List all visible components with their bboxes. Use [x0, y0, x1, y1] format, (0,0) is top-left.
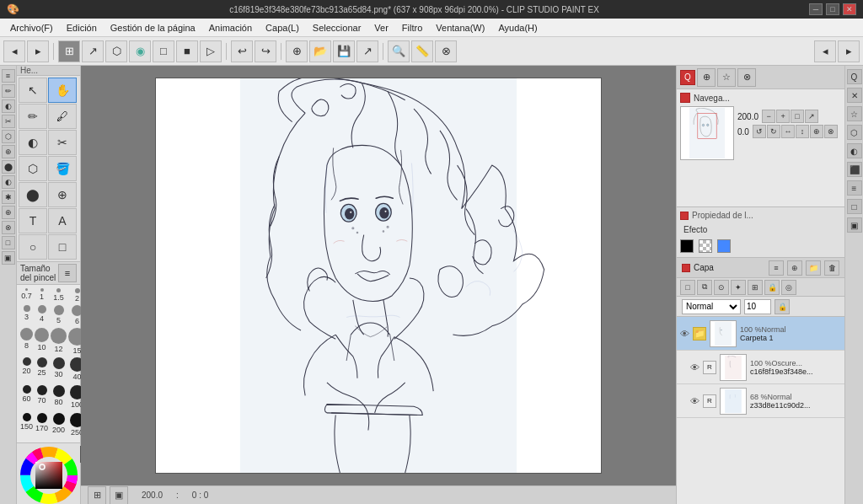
nav-rot-ccw[interactable]: ↺: [753, 125, 766, 138]
toolbar-export[interactable]: ↗: [356, 40, 378, 62]
layers-menu-btn[interactable]: ≡: [769, 260, 784, 276]
nav-rot-cw[interactable]: ↻: [767, 125, 780, 138]
brush-20[interactable]: 20: [20, 357, 33, 383]
nav-full[interactable]: ↗: [805, 110, 818, 123]
brush-12[interactable]: 12: [51, 328, 67, 356]
tool-text[interactable]: T: [19, 208, 47, 233]
blend-mode-select[interactable]: Normal Oscurecer Multiplicar Aclarar: [682, 299, 741, 314]
nav-reset2[interactable]: ⊗: [824, 125, 838, 138]
layer-item-0[interactable]: 👁 📁 100 %Normal Carpeta 1: [677, 317, 844, 351]
toolbar-circle[interactable]: ◉: [129, 40, 151, 62]
r-icon-6[interactable]: ≡: [847, 180, 862, 196]
nav-zoom-out[interactable]: −: [762, 110, 775, 123]
tool-eyedrop[interactable]: ⊕: [48, 182, 77, 207]
toolbar-back[interactable]: ◂: [3, 40, 25, 62]
tool-rect[interactable]: □: [48, 234, 77, 260]
tool-text2[interactable]: A: [48, 208, 77, 233]
opacity-input[interactable]: [744, 299, 771, 314]
r-icon-1[interactable]: ✕: [847, 88, 862, 103]
brush-1[interactable]: 1: [35, 288, 49, 303]
toolbar-cursor[interactable]: ↗: [82, 40, 104, 62]
layer-0-eye[interactable]: 👁: [680, 329, 689, 339]
left-icon-11[interactable]: □: [2, 236, 15, 249]
nav-flip-v[interactable]: ↕: [796, 125, 809, 138]
layer-effect[interactable]: ✦: [731, 280, 746, 295]
status-btn-1[interactable]: ⊞: [88, 486, 106, 505]
r-icon-4[interactable]: ◐: [847, 143, 862, 158]
brush-25[interactable]: 25: [35, 357, 49, 383]
menu-archivo[interactable]: Archivo(F): [3, 21, 60, 35]
tool-fill[interactable]: 🪣: [48, 156, 77, 181]
effect-swatch-blue[interactable]: [717, 239, 731, 253]
toolbar-redo[interactable]: ↪: [255, 40, 276, 62]
status-btn-2[interactable]: ▣: [110, 486, 128, 505]
toolbar-zoom-in[interactable]: 🔍: [388, 40, 410, 62]
layer-ref[interactable]: ◎: [781, 280, 796, 295]
left-icon-7[interactable]: ◐: [2, 175, 15, 189]
menu-ver[interactable]: Ver: [367, 21, 395, 35]
layer-item-1[interactable]: 👁 R 100 %Oscure... c16f8f19: [677, 351, 844, 384]
brush-0.7[interactable]: 0.7: [20, 288, 33, 303]
tool-select[interactable]: ↖: [19, 78, 47, 103]
window-controls[interactable]: ─ □ ✕: [809, 3, 856, 15]
left-icon-3[interactable]: ✂: [2, 115, 15, 128]
r-icon-8[interactable]: ▣: [847, 217, 862, 233]
r-icon-7[interactable]: □: [847, 199, 862, 214]
brush-200[interactable]: 200: [51, 413, 67, 439]
layer-1-eye[interactable]: 👁: [690, 362, 700, 373]
brush-8[interactable]: 8: [20, 328, 33, 356]
tool-pen[interactable]: ✏: [19, 104, 47, 129]
toolbar-save[interactable]: 💾: [333, 40, 355, 62]
menu-seleccionar[interactable]: Seleccionar: [306, 21, 367, 35]
menu-filtro[interactable]: Filtro: [395, 21, 429, 35]
brush-3[interactable]: 3: [20, 305, 33, 326]
toolbar-sym[interactable]: ⊗: [435, 40, 457, 62]
opacity-lock-btn[interactable]: 🔒: [775, 299, 790, 314]
left-icon-2[interactable]: ◐: [2, 99, 15, 113]
rt-btn-3[interactable]: ⊗: [737, 68, 756, 87]
nav-flip-h[interactable]: ↔: [781, 125, 795, 138]
toolbar-ruler[interactable]: 📏: [411, 40, 433, 62]
toolbar-grid[interactable]: ⊞: [58, 40, 80, 62]
layer-merge[interactable]: ⊞: [748, 280, 763, 295]
nav-fit[interactable]: □: [791, 110, 804, 123]
brush-80[interactable]: 80: [51, 385, 67, 411]
tool-grad[interactable]: ⬤: [19, 182, 47, 207]
brush-10[interactable]: 10: [35, 328, 49, 356]
menu-edicion[interactable]: Edición: [60, 21, 104, 35]
layers-add-btn[interactable]: ⊕: [787, 260, 802, 276]
r-icon-5[interactable]: ⬛: [847, 162, 862, 177]
menu-ayuda[interactable]: Ayuda(H): [491, 21, 544, 35]
tool-cut[interactable]: ✂: [48, 130, 77, 155]
tool-circle[interactable]: ○: [19, 234, 47, 260]
brush-menu[interactable]: ≡: [58, 264, 77, 282]
brush-60[interactable]: 60: [20, 385, 33, 411]
rt-btn-2[interactable]: ☆: [717, 68, 736, 87]
r-icon-0[interactable]: Q: [847, 69, 862, 84]
layer-mask[interactable]: ⊙: [714, 280, 729, 295]
brush-5[interactable]: 5: [51, 305, 67, 326]
left-icon-1[interactable]: ✏: [2, 84, 15, 98]
toolbar-arrow[interactable]: ▷: [200, 40, 222, 62]
nav-zoom-in[interactable]: +: [776, 110, 790, 123]
left-icon-12[interactable]: ▣: [2, 251, 15, 265]
canvas-area[interactable]: [81, 66, 676, 485]
brush-70[interactable]: 70: [35, 385, 49, 411]
layer-item-2[interactable]: 👁 R 68 %Normal z33d8e11c90d: [677, 384, 844, 418]
minimize-button[interactable]: ─: [809, 3, 823, 15]
toolbar-right1[interactable]: ◂: [814, 40, 836, 62]
layers-del-btn[interactable]: 🗑: [824, 260, 839, 276]
r-icon-3[interactable]: ⬡: [847, 125, 862, 140]
toolbar-rect[interactable]: □: [153, 40, 174, 62]
toolbar-undo[interactable]: ↩: [231, 40, 253, 62]
left-icon-10[interactable]: ⊗: [2, 221, 15, 234]
menu-animacion[interactable]: Animación: [202, 21, 259, 35]
brush-1.5[interactable]: 1.5: [51, 288, 67, 303]
menu-ventana[interactable]: Ventana(W): [429, 21, 491, 35]
tool-move[interactable]: ✋: [48, 78, 77, 103]
nav-preview[interactable]: [680, 106, 734, 160]
rt-btn-1[interactable]: ⊕: [697, 68, 716, 87]
menu-capa[interactable]: Capa(L): [259, 21, 306, 35]
close-button[interactable]: ✕: [843, 3, 856, 15]
tool-eraser[interactable]: ◐: [19, 130, 47, 155]
